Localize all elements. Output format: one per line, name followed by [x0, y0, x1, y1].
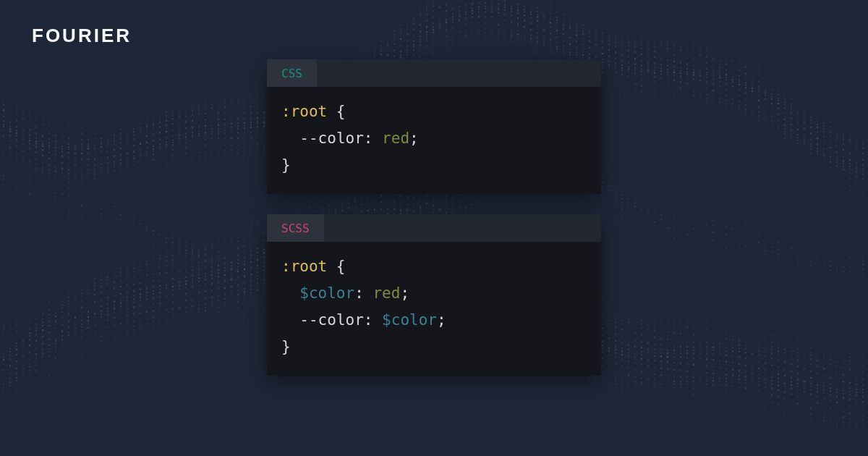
svg-point-1976: [699, 72, 702, 75]
svg-point-6057: [166, 242, 167, 243]
svg-point-2821: [42, 373, 44, 375]
svg-point-2313: [823, 122, 825, 124]
svg-point-4929: [667, 375, 669, 377]
svg-point-4773: [621, 354, 623, 355]
svg-point-3059: [114, 311, 115, 313]
svg-point-362: [101, 120, 102, 122]
svg-point-5851: [35, 169, 37, 170]
svg-point-773: [244, 157, 246, 159]
svg-point-3205: [159, 261, 161, 263]
svg-point-6126: [211, 263, 213, 265]
svg-point-7103: [849, 250, 851, 252]
svg-point-5124: [726, 360, 727, 362]
svg-point-3417: [218, 325, 219, 326]
svg-point-1811: [641, 48, 643, 50]
svg-point-2361: [836, 182, 838, 185]
svg-point-1891: [667, 90, 669, 93]
svg-point-3548: [257, 308, 258, 310]
svg-point-1233: [413, 41, 414, 42]
svg-point-5091: [719, 307, 720, 308]
svg-point-2897: [68, 296, 69, 297]
svg-point-3294: [185, 263, 187, 264]
svg-point-1772: [628, 36, 629, 38]
svg-point-2086: [739, 95, 740, 96]
svg-point-5904: [68, 187, 70, 190]
svg-point-1859: [660, 26, 662, 28]
svg-point-183: [35, 117, 37, 118]
svg-point-790: [250, 153, 252, 154]
svg-point-2348: [836, 126, 838, 128]
svg-point-5435: [817, 396, 818, 397]
svg-point-2102: [745, 87, 747, 89]
svg-point-648: [205, 87, 206, 88]
svg-point-1311: [439, 54, 441, 56]
svg-point-1748: [615, 83, 617, 85]
svg-point-1199: [400, 57, 402, 59]
tab-css[interactable]: CSS: [267, 59, 317, 87]
svg-point-558: [172, 92, 174, 93]
svg-point-6163: [237, 254, 239, 256]
svg-point-6735: [608, 185, 610, 187]
svg-point-3325: [192, 310, 193, 311]
svg-point-2924: [75, 317, 77, 319]
svg-point-332: [88, 148, 90, 150]
svg-point-3442: [231, 226, 233, 228]
svg-point-350: [94, 148, 95, 149]
svg-point-5506: [836, 426, 838, 428]
svg-point-5826: [16, 189, 17, 190]
svg-point-5840: [22, 215, 25, 217]
svg-point-538: [159, 169, 161, 171]
svg-point-138: [16, 145, 18, 148]
svg-point-1119: [374, 46, 375, 47]
svg-point-541: [166, 99, 167, 101]
svg-point-2002: [706, 107, 708, 109]
svg-point-6017: [140, 227, 141, 228]
svg-point-2955: [81, 358, 82, 359]
svg-point-1355: [459, 37, 460, 38]
svg-point-300: [75, 169, 76, 171]
svg-point-6012: [140, 196, 141, 198]
svg-point-2840: [48, 351, 50, 352]
tab-scss[interactable]: SCSS: [267, 214, 324, 242]
svg-point-3124: [133, 302, 135, 303]
svg-point-1844: [654, 41, 656, 43]
svg-point-749: [237, 132, 239, 133]
svg-point-6854: [686, 216, 689, 219]
svg-point-444: [127, 160, 128, 161]
svg-point-7055: [817, 258, 819, 260]
svg-point-2133: [758, 75, 760, 77]
svg-point-5513: [843, 355, 844, 357]
svg-point-448: [127, 178, 128, 180]
svg-point-3490: [244, 238, 246, 240]
svg-point-4816: [634, 353, 636, 355]
svg-point-1759: [621, 54, 623, 56]
svg-point-176: [29, 164, 30, 166]
svg-point-1327: [446, 51, 447, 52]
svg-point-3081: [120, 310, 122, 311]
svg-point-3363: [205, 276, 206, 277]
svg-point-487: [146, 104, 148, 105]
svg-point-5991: [127, 185, 128, 187]
svg-point-568: [172, 140, 174, 141]
svg-point-1661: [589, 7, 591, 9]
svg-point-3241: [166, 332, 167, 333]
svg-point-6051: [166, 207, 167, 208]
svg-point-5213: [752, 373, 753, 374]
svg-point-743: [237, 106, 239, 107]
svg-point-144: [22, 98, 25, 101]
svg-point-5556: [856, 353, 858, 355]
svg-point-2774: [29, 366, 30, 368]
svg-point-2868: [55, 377, 56, 379]
svg-point-5042: [699, 388, 701, 389]
svg-point-7040: [804, 279, 805, 281]
svg-point-1666: [589, 30, 590, 32]
svg-point-2720: [16, 324, 17, 325]
svg-point-3144: [140, 293, 142, 295]
svg-point-2745: [22, 337, 24, 339]
svg-point-1649: [582, 30, 584, 32]
svg-point-4894: [660, 308, 662, 309]
svg-point-2858: [55, 328, 56, 329]
svg-point-5363: [797, 359, 799, 361]
svg-point-2390: [849, 159, 851, 160]
svg-point-443: [127, 157, 129, 159]
